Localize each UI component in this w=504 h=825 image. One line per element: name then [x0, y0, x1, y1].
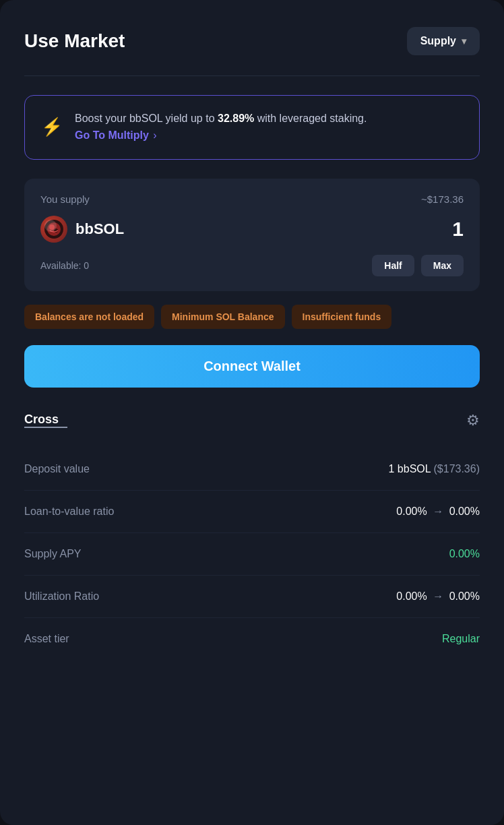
boost-text-suffix: with leveraged staking.	[254, 113, 367, 124]
main-card: Use Market Supply ▾ ⚡ Boost your bbSOL y…	[0, 0, 504, 825]
ltv-arrow: →	[430, 506, 447, 517]
warnings-container: Balances are not loaded Minimum SOL Bala…	[24, 305, 480, 329]
asset-info: bbSOL	[40, 216, 124, 243]
info-row-deposit: Deposit value 1 bbSOL ($173.36)	[24, 448, 480, 491]
svg-point-1	[47, 222, 61, 236]
info-row-ltv: Loan-to-value ratio 0.00% → 0.00%	[24, 491, 480, 533]
apy-key: Supply APY	[24, 548, 82, 560]
asset-tier-key: Asset tier	[24, 633, 69, 645]
max-button[interactable]: Max	[421, 255, 464, 276]
go-to-multiply-link[interactable]: Go To Multiply	[75, 129, 152, 141]
connect-wallet-button[interactable]: Connect Wallet	[24, 345, 480, 388]
cross-title-group: Cross	[24, 413, 67, 428]
supply-amount: 1	[452, 218, 464, 241]
chevron-down-icon: ▾	[462, 36, 466, 47]
cross-title: Cross	[24, 413, 67, 427]
deposit-usd: ($173.36)	[434, 463, 480, 475]
asset-name: bbSOL	[75, 220, 124, 238]
available-label: Available: 0	[40, 260, 89, 271]
gear-icon[interactable]: ⚙	[466, 412, 480, 429]
supply-box: You supply ~$173.36 bbSOL 1 Availab	[24, 179, 480, 291]
ltv-key: Loan-to-value ratio	[24, 506, 114, 518]
bbsol-icon	[40, 216, 67, 243]
util-arrow: →	[430, 590, 447, 602]
info-row-asset-tier: Asset tier Regular	[24, 618, 480, 660]
boost-text: Boost your bbSOL yield up to 32.89% with…	[75, 111, 367, 144]
asset-tier-val: Regular	[442, 633, 480, 645]
amount-buttons: Half Max	[372, 255, 464, 276]
boost-banner: ⚡ Boost your bbSOL yield up to 32.89% wi…	[24, 95, 480, 160]
supply-box-header: You supply ~$173.36	[40, 193, 464, 205]
deposit-value-key: Deposit value	[24, 463, 90, 475]
info-row-apy: Supply APY 0.00%	[24, 533, 480, 576]
apy-val: 0.00%	[449, 548, 480, 560]
balances-not-loaded-badge: Balances are not loaded	[24, 305, 154, 329]
minimum-sol-balance-badge: Minimum SOL Balance	[161, 305, 284, 329]
supply-asset-row: bbSOL 1	[40, 216, 464, 243]
header: Use Market Supply ▾	[24, 27, 480, 55]
supply-dropdown-button[interactable]: Supply ▾	[407, 27, 480, 55]
bbsol-svg	[44, 220, 63, 239]
link-chevron-icon: ›	[153, 129, 156, 141]
supply-label: You supply	[40, 193, 90, 205]
utilization-key: Utilization Ratio	[24, 590, 99, 603]
utilization-val: 0.00% → 0.00%	[396, 590, 480, 603]
ltv-val: 0.00% → 0.00%	[396, 506, 480, 518]
deposit-value-val: 1 bbSOL ($173.36)	[388, 463, 480, 475]
lightning-icon: ⚡	[41, 117, 63, 138]
info-row-utilization: Utilization Ratio 0.00% → 0.00%	[24, 576, 480, 618]
supply-usd-value: ~$173.36	[421, 193, 464, 205]
half-button[interactable]: Half	[372, 255, 414, 276]
insufficient-funds-badge: Insufficient funds	[292, 305, 392, 329]
cross-underline	[24, 427, 67, 428]
header-divider	[24, 75, 480, 76]
cross-section: Cross ⚙	[24, 412, 480, 429]
page-title: Use Market	[24, 30, 125, 52]
info-rows: Deposit value 1 bbSOL ($173.36) Loan-to-…	[24, 448, 480, 660]
cross-header: Cross ⚙	[24, 412, 480, 429]
boost-text-prefix: Boost your bbSOL yield up to	[75, 113, 218, 124]
boost-highlight: 32.89%	[218, 113, 254, 124]
supply-box-footer: Available: 0 Half Max	[40, 255, 464, 276]
svg-point-2	[49, 224, 55, 230]
supply-dropdown-label: Supply	[420, 35, 456, 47]
